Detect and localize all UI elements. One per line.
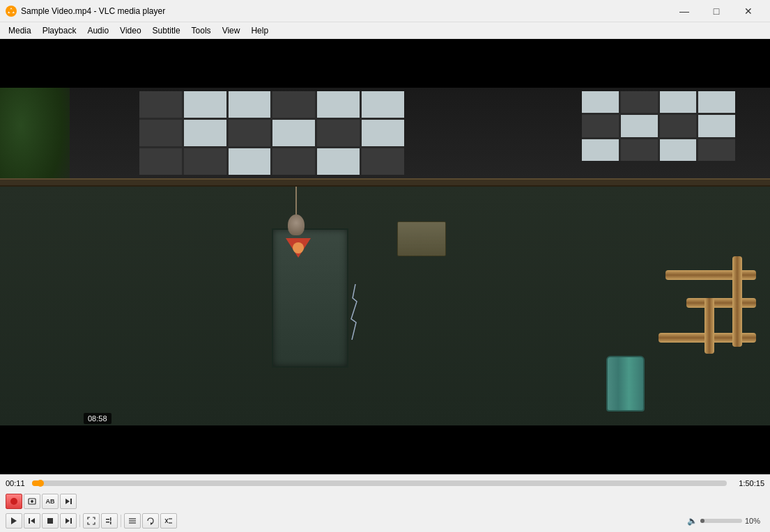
volume-filled [700,519,704,523]
window-title: Sample Video.mp4 - VLC media player [21,6,668,16]
playlist-button[interactable] [124,513,141,529]
menu-playback[interactable]: Playback [37,24,82,37]
close-button[interactable]: ✕ [732,0,764,22]
svg-marker-6 [66,499,70,504]
railing [0,178,770,187]
svg-point-3 [10,498,17,505]
svg-rect-15 [106,522,109,523]
app-icon [6,6,17,17]
pipes-right [645,256,756,396]
menu-bar: Media Playback Audio Video Subtitle Tool… [0,22,770,39]
windows-grid-center [139,91,404,175]
fullscreen-button[interactable] [83,513,100,529]
progress-row: 00:11 1:50:15 [0,475,770,492]
time-tooltip: 08:58 [84,413,111,424]
time-total: 1:50:15 [731,479,764,487]
volume-area: 🔈 10% [687,516,764,526]
extended-button[interactable] [101,513,118,529]
volume-label: 10% [745,517,764,525]
controls-area: 00:11 1:50:15 AB [0,474,770,532]
progress-bar[interactable] [32,480,727,486]
letterbox-bottom [0,425,770,474]
time-current: 00:11 [6,479,28,487]
stop-button[interactable] [42,513,59,529]
menu-audio[interactable]: Audio [82,24,114,37]
ab-repeat-button[interactable]: AB [42,494,59,509]
svg-marker-13 [66,518,70,524]
svg-rect-11 [47,518,53,524]
menu-media[interactable]: Media [3,24,37,37]
svg-marker-8 [11,517,17,524]
separator-1 [79,515,80,527]
svg-rect-17 [110,522,111,524]
screenshot-button[interactable] [24,494,40,509]
menu-tools[interactable]: Tools [186,24,217,37]
menu-subtitle[interactable]: Subtitle [147,24,186,37]
barrel [606,356,645,412]
next-button[interactable] [60,513,77,529]
svg-marker-10 [31,518,35,524]
svg-point-5 [31,500,33,503]
video-area[interactable]: 08:58 [0,39,770,474]
lower-wall [0,187,770,425]
warning-sign [397,221,446,256]
video-scene [0,88,770,425]
windows-grid-right [582,91,735,161]
title-bar: Sample Video.mp4 - VLC media player — □ … [0,0,770,22]
svg-rect-16 [110,517,111,521]
lightning-effect [348,284,362,340]
maximize-button[interactable]: □ [700,0,732,22]
svg-rect-14 [106,519,109,520]
btn-row1: AB [0,492,770,511]
svg-rect-9 [29,518,30,524]
frame-step-button[interactable] [60,494,77,509]
volume-bar[interactable] [700,519,742,523]
svg-rect-7 [70,499,72,504]
svg-rect-12 [70,518,72,524]
play-pause-button[interactable] [6,513,22,529]
menu-view[interactable]: View [217,24,246,37]
separator-2 [121,515,121,527]
loop-button[interactable] [142,513,159,529]
prev-button[interactable] [24,513,40,529]
progress-handle[interactable] [37,480,44,487]
hanging-light [286,187,307,258]
volume-icon[interactable]: 🔈 [687,516,698,526]
video-frame: 08:58 [0,39,770,474]
svg-point-2 [9,9,13,13]
letterbox-top [0,39,770,88]
menu-video[interactable]: Video [114,24,146,37]
window-controls: — □ ✕ [668,0,764,22]
menu-help[interactable]: Help [245,24,274,37]
btn-row2: 🔈 10% [0,511,770,532]
minimize-button[interactable]: — [668,0,700,22]
random-button[interactable] [160,513,177,529]
record-button[interactable] [6,494,22,509]
